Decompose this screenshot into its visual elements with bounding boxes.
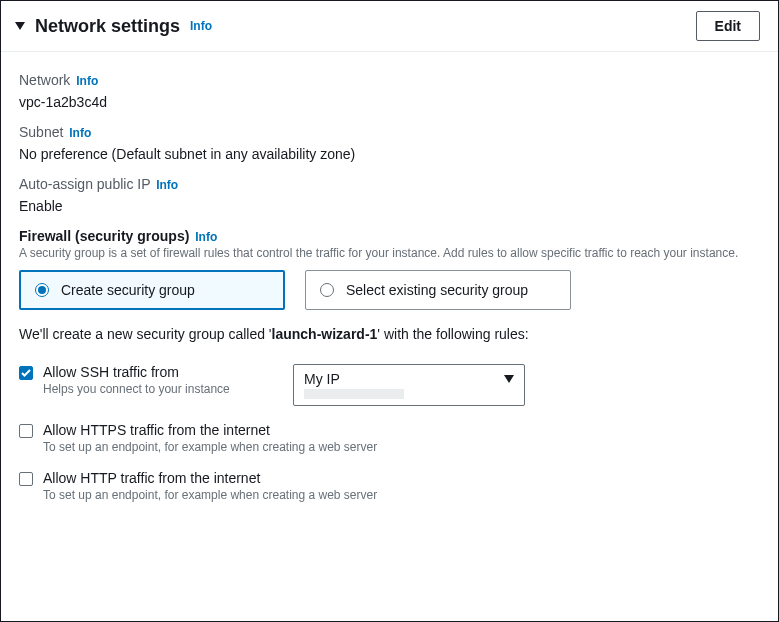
radio-create-label: Create security group xyxy=(61,282,195,298)
ssh-source-ip-placeholder xyxy=(304,389,404,399)
info-link-firewall[interactable]: Info xyxy=(195,230,217,244)
radio-select-security-group[interactable]: Select existing security group xyxy=(305,270,571,310)
section-title: Network settings xyxy=(35,16,180,37)
rule-ssh-sub: Helps you connect to your instance xyxy=(43,382,273,396)
radio-select-label: Select existing security group xyxy=(346,282,528,298)
network-label: Network xyxy=(19,72,70,88)
security-group-radio-group: Create security group Select existing se… xyxy=(19,270,760,310)
rule-https-label: Allow HTTPS traffic from the internet xyxy=(43,422,377,438)
radio-create-security-group[interactable]: Create security group xyxy=(19,270,285,310)
subnet-label: Subnet xyxy=(19,124,63,140)
checkbox-https[interactable] xyxy=(19,424,33,438)
info-link-network[interactable]: Info xyxy=(76,74,98,88)
rule-https: Allow HTTPS traffic from the internet To… xyxy=(19,422,760,454)
rule-http-label: Allow HTTP traffic from the internet xyxy=(43,470,377,486)
panel-body: Network Info vpc-1a2b3c4d Subnet Info No… xyxy=(1,52,778,520)
info-link-subnet[interactable]: Info xyxy=(69,126,91,140)
security-group-sentence: We'll create a new security group called… xyxy=(19,326,760,342)
ssh-source-value: My IP xyxy=(304,371,504,387)
field-public-ip: Auto-assign public IP Info Enable xyxy=(19,176,760,214)
field-firewall: Firewall (security groups) Info A securi… xyxy=(19,228,760,502)
security-group-name: launch-wizard-1 xyxy=(272,326,378,342)
rule-http: Allow HTTP traffic from the internet To … xyxy=(19,470,760,502)
field-subnet: Subnet Info No preference (Default subne… xyxy=(19,124,760,162)
subnet-value: No preference (Default subnet in any ava… xyxy=(19,146,760,162)
network-value: vpc-1a2b3c4d xyxy=(19,94,760,110)
rule-ssh: Allow SSH traffic from Helps you connect… xyxy=(19,364,760,406)
network-settings-panel: Network settings Info Edit Network Info … xyxy=(0,0,779,622)
firewall-help: A security group is a set of firewall ru… xyxy=(19,246,760,260)
edit-button[interactable]: Edit xyxy=(696,11,760,41)
field-network: Network Info vpc-1a2b3c4d xyxy=(19,72,760,110)
rule-http-sub: To set up an endpoint, for example when … xyxy=(43,488,377,502)
ssh-source-dropdown[interactable]: My IP xyxy=(293,364,525,406)
checkbox-ssh[interactable] xyxy=(19,366,33,380)
checkbox-http[interactable] xyxy=(19,472,33,486)
radio-icon xyxy=(320,283,334,297)
rule-ssh-label: Allow SSH traffic from xyxy=(43,364,273,380)
info-link-public-ip[interactable]: Info xyxy=(156,178,178,192)
radio-icon xyxy=(35,283,49,297)
collapse-icon[interactable] xyxy=(11,22,29,30)
chevron-down-icon xyxy=(504,375,514,383)
firewall-label: Firewall (security groups) xyxy=(19,228,189,244)
panel-header: Network settings Info Edit xyxy=(1,1,778,52)
info-link-header[interactable]: Info xyxy=(190,19,212,33)
public-ip-value: Enable xyxy=(19,198,760,214)
svg-marker-0 xyxy=(15,22,25,30)
public-ip-label: Auto-assign public IP xyxy=(19,176,150,192)
svg-marker-1 xyxy=(504,375,514,383)
rule-https-sub: To set up an endpoint, for example when … xyxy=(43,440,377,454)
